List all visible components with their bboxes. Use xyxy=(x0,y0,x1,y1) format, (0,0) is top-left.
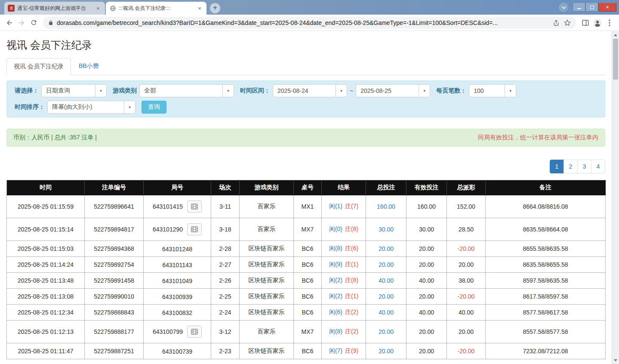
reload-icon[interactable] xyxy=(28,17,40,29)
page-button-2[interactable]: 2 xyxy=(564,160,578,173)
cell-game-type: 区块链百家乐 xyxy=(240,241,294,257)
query-type-select[interactable]: 日期查询 ▼ xyxy=(41,84,107,97)
tab-betrecord[interactable]: 视讯 会员下注纪录 xyxy=(6,58,71,75)
table-body: 2025-08-25 01:15:59 522759896641 6431014… xyxy=(7,195,606,359)
cell-note: 8597.58/8635.58 xyxy=(486,273,606,289)
chevron-down-icon[interactable]: ▼ xyxy=(505,85,516,97)
tab-title: :::视讯 会员下注纪录::: xyxy=(119,5,194,12)
cell-bet-id: 522759896641 xyxy=(85,195,144,218)
chevron-down-icon[interactable]: ▼ xyxy=(124,101,135,113)
site-favicon: 通 xyxy=(8,5,15,12)
cell-table-no: BC6 xyxy=(294,343,322,359)
window-maximize-button[interactable] xyxy=(585,3,598,12)
cell-round-id: 643100939 xyxy=(144,289,211,305)
cell-payout: 20.00 xyxy=(447,257,486,273)
result-banker: 庄(6) xyxy=(345,245,358,252)
total-bet-link[interactable]: 20.00 xyxy=(379,245,394,252)
cell-time: 2025-08-25 01:12:34 xyxy=(7,305,85,321)
round-number: 643101049 xyxy=(162,278,192,284)
table-row: 2025-08-25 01:12:34 522759888843 6431008… xyxy=(7,305,606,321)
video-replay-button[interactable] xyxy=(187,201,202,213)
cell-time: 2025-08-25 01:14:24 xyxy=(7,257,85,273)
total-bet-link[interactable]: 20.00 xyxy=(379,328,394,335)
video-replay-button[interactable] xyxy=(187,223,202,235)
scrollbar-up-arrow-icon[interactable] xyxy=(612,31,619,39)
tab-bb-tip[interactable]: BB小费 xyxy=(72,58,106,75)
cell-payout: 38.00 xyxy=(447,273,486,289)
date-start-select[interactable]: 2025-08-24 ▼ xyxy=(273,84,347,97)
tab-search-chevron-icon[interactable] xyxy=(559,3,568,12)
total-bet-link[interactable]: 40.00 xyxy=(379,309,394,316)
browser-tab-active[interactable]: :::视讯 会员下注纪录::: × xyxy=(106,2,206,15)
cell-table-no: BC6 xyxy=(294,289,322,305)
game-type-select[interactable]: 全部 ▼ xyxy=(139,84,234,97)
page-scrollbar[interactable] xyxy=(612,31,619,364)
result-player: 闲(0) xyxy=(329,225,342,232)
cell-valid-bet: 20.00 xyxy=(407,257,447,273)
total-bet-link[interactable]: 20.00 xyxy=(379,293,394,300)
bookmark-star-icon[interactable] xyxy=(564,19,571,26)
tab-close-icon[interactable]: × xyxy=(196,5,203,12)
padlock-icon[interactable] xyxy=(48,20,53,26)
cell-table-no: BC6 xyxy=(294,305,322,321)
filter-panel: 请选择： 日期查询 ▼ 游戏类别 全部 ▼ 时间区间： 2025-08-24 ▼… xyxy=(6,80,605,117)
total-bet-link[interactable]: 40.00 xyxy=(379,277,394,284)
chevron-down-icon[interactable]: ▼ xyxy=(336,85,347,97)
per-page-select[interactable]: 100 ▼ xyxy=(469,84,516,97)
page-button-4[interactable]: 4 xyxy=(591,160,605,173)
chevron-down-icon[interactable]: ▼ xyxy=(95,85,106,97)
page-content: 视讯 会员下注纪录 视讯 会员下注纪录 BB小费 请选择： 日期查询 ▼ 游戏类… xyxy=(0,31,612,364)
window-controls: × xyxy=(573,3,616,12)
result-banker: 庄(2) xyxy=(345,328,358,335)
tab-close-icon[interactable]: × xyxy=(95,5,102,12)
cell-round-id: 643100799 xyxy=(144,321,211,343)
page-button-3[interactable]: 3 xyxy=(577,160,591,173)
game-type-label: 游戏类别 xyxy=(113,87,137,95)
cell-bet-id: 522759894368 xyxy=(85,241,144,257)
new-tab-button[interactable]: + xyxy=(210,3,220,13)
scrollbar-down-arrow-icon[interactable] xyxy=(612,357,619,364)
window-minimize-button[interactable] xyxy=(573,3,585,12)
browser-menu-icon[interactable] xyxy=(604,17,616,29)
forward-icon[interactable] xyxy=(15,17,28,29)
sort-select[interactable]: 降幂(由大到小) ▼ xyxy=(47,101,136,114)
total-bet-link[interactable]: 30.00 xyxy=(379,226,394,233)
cell-game-type: 百家乐 xyxy=(240,321,294,343)
result-player: 闲(8) xyxy=(329,328,342,335)
cell-payout: -20.00 xyxy=(447,289,486,305)
cell-result: 闲(9)庄(1) xyxy=(322,257,366,273)
share-icon[interactable] xyxy=(553,19,560,26)
total-bet-link[interactable]: 160.00 xyxy=(377,203,395,210)
back-icon[interactable] xyxy=(3,17,15,29)
cell-valid-bet: 40.00 xyxy=(407,305,447,321)
date-end-select[interactable]: 2025-08-25 ▼ xyxy=(356,84,430,97)
total-bet-link[interactable]: 20.00 xyxy=(379,348,394,355)
cell-session: 2-25 xyxy=(211,289,240,305)
globe-favicon-icon xyxy=(109,5,116,12)
window-close-button[interactable]: × xyxy=(598,3,616,12)
page-button-1[interactable]: 1 xyxy=(550,160,564,173)
round-number: 643101143 xyxy=(162,262,192,268)
table-row: 2025-08-25 01:15:59 522759896641 6431014… xyxy=(7,195,606,218)
chevron-down-icon[interactable]: ▼ xyxy=(419,85,430,97)
scrollbar-thumb[interactable] xyxy=(613,39,618,80)
bet-record-table: 时间 注单编号 局号 场次 游戏类别 桌号 结果 总投注 有效投注 总派彩 备注… xyxy=(6,180,606,359)
cell-result: 闲(2)庄(1) xyxy=(322,289,366,305)
cell-game-type: 区块链百家乐 xyxy=(240,273,294,289)
browser-tab-inactive[interactable]: 通 通宝-信誉最好的网上游戏平台 × xyxy=(4,2,105,15)
side-panel-icon[interactable] xyxy=(579,17,591,29)
result-banker: 庄(1) xyxy=(345,293,358,299)
chevron-down-icon[interactable]: ▼ xyxy=(222,85,234,97)
video-replay-button[interactable] xyxy=(187,326,202,338)
address-bar[interactable]: dorasabs.com/game/betrecord_search/kind3… xyxy=(43,17,576,29)
total-bet-link[interactable]: 20.00 xyxy=(379,261,394,268)
search-button[interactable]: 查询 xyxy=(142,101,166,114)
cell-payout: -20.00 xyxy=(447,241,486,257)
cell-total-bet: 20.00 xyxy=(366,343,407,359)
result-banker: 庄(2) xyxy=(345,308,358,315)
url-text[interactable]: dorasabs.com/game/betrecord_search/kind3… xyxy=(57,19,548,26)
cell-session: 2-24 xyxy=(211,305,240,321)
cell-session: 2-27 xyxy=(211,257,240,273)
profile-avatar-icon[interactable] xyxy=(591,17,604,29)
result-player: 闲(8) xyxy=(329,245,342,252)
